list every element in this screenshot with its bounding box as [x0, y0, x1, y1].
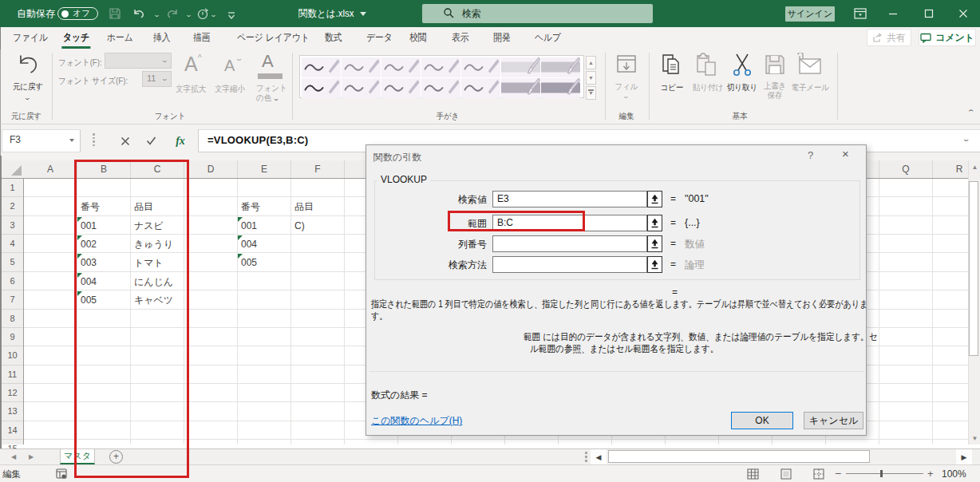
pen-style-button[interactable] — [421, 57, 460, 77]
touch-mouse-mode-icon[interactable] — [196, 6, 210, 21]
autosave-toggle[interactable]: オフ — [57, 7, 98, 20]
minimize-button[interactable] — [879, 0, 907, 27]
function-help-link[interactable]: この関数のヘルプ(H) — [371, 414, 462, 428]
range-selector-icon-3[interactable] — [647, 256, 662, 273]
name-box[interactable]: F3 — [2, 129, 81, 152]
redo-icon[interactable] — [165, 6, 180, 21]
collapse-ribbon-icon[interactable]: ⌃ — [966, 109, 975, 117]
cancel-button[interactable]: キャンセル — [804, 412, 863, 429]
horizontal-scroll-thumb[interactable] — [608, 450, 870, 463]
dialog-help-icon[interactable]: ? — [808, 149, 813, 161]
range-selector-icon-1[interactable] — [647, 215, 662, 231]
gallery-up-icon[interactable]: ▲ — [586, 56, 596, 69]
font-name-combo[interactable]: ⌄ — [105, 53, 172, 69]
cell-E4[interactable]: 004 — [241, 235, 257, 253]
arg-field-3[interactable] — [492, 256, 647, 273]
highlighter-style-button[interactable] — [541, 57, 580, 77]
page-layout-view-icon[interactable] — [780, 468, 792, 482]
dialog-close-icon[interactable]: × — [842, 147, 849, 160]
ribbon-tab-4[interactable]: 描画 — [193, 27, 211, 49]
normal-view-icon[interactable] — [747, 468, 759, 482]
comments-button[interactable]: コメント — [919, 29, 976, 46]
pen-style-button[interactable] — [381, 78, 421, 98]
pen-style-button[interactable] — [461, 78, 500, 98]
range-selector-icon-0[interactable] — [647, 191, 662, 207]
cell-F3[interactable]: C) — [294, 216, 305, 235]
formula-bar-handle[interactable] — [93, 133, 95, 146]
highlighter-style-button[interactable] — [501, 57, 540, 77]
zoom-slider-thumb[interactable] — [880, 470, 883, 477]
ribbon-tab-7[interactable]: データ — [366, 27, 393, 49]
cancel-entry-icon[interactable] — [117, 129, 133, 152]
column-header-D[interactable]: D — [184, 160, 238, 178]
ribbon-tab-10[interactable]: 開発 — [493, 27, 511, 49]
pen-style-button[interactable] — [381, 57, 421, 77]
select-all-corner[interactable] — [2, 160, 24, 178]
ribbon-tab-8[interactable]: 校閲 — [409, 27, 427, 49]
column-header-E[interactable]: E — [238, 160, 291, 178]
ribbon-display-options-icon[interactable] — [847, 0, 874, 27]
arg-field-2[interactable] — [492, 235, 647, 252]
save-button[interactable]: 上書き 保存 — [759, 51, 791, 104]
fill-button[interactable]: フィル ⌄ — [612, 51, 641, 104]
zoom-slider-track[interactable] — [846, 473, 923, 474]
copy-button[interactable]: コピー — [657, 51, 687, 99]
sheet-nav-right-icon[interactable]: ▶ — [29, 453, 34, 460]
undo-icon[interactable] — [132, 6, 146, 21]
column-header-Q[interactable]: Q — [879, 160, 933, 178]
cell-E5[interactable]: 005 — [241, 253, 257, 271]
highlighter-style-button[interactable] — [541, 78, 580, 98]
column-header-F[interactable]: F — [291, 160, 345, 178]
pen-style-button[interactable] — [302, 78, 341, 98]
close-button[interactable] — [950, 0, 977, 27]
signin-button[interactable]: サインイン — [785, 6, 835, 22]
gallery-down-icon[interactable]: ▼ — [586, 71, 596, 85]
pen-style-button[interactable] — [342, 57, 381, 77]
cell-E3[interactable]: 001 — [241, 216, 257, 235]
pen-style-button[interactable] — [421, 78, 460, 98]
enter-entry-icon[interactable] — [143, 129, 159, 152]
expand-formula-bar-icon[interactable]: ⌄ — [962, 135, 970, 143]
ribbon-tab-6[interactable]: 数式 — [325, 27, 342, 49]
ok-button[interactable]: OK — [731, 412, 793, 429]
ribbon-tab-file[interactable]: ファイル — [13, 27, 48, 49]
maximize-button[interactable] — [915, 0, 942, 27]
undo-dropdown-icon[interactable]: ⌄ — [153, 11, 160, 18]
ribbon-tab-5[interactable]: ページ レイアウト — [237, 27, 310, 49]
pen-style-button[interactable] — [302, 57, 341, 77]
cell-F2[interactable]: 品目 — [294, 197, 314, 215]
zoom-percentage[interactable]: 100% — [942, 465, 966, 482]
gallery-more-icon[interactable]: ▼ — [586, 86, 596, 100]
email-button[interactable]: 電子メール — [789, 51, 828, 99]
scroll-up-icon[interactable]: ▲ — [969, 160, 980, 174]
share-button[interactable]: 共有 — [867, 29, 911, 46]
grow-font-button[interactable]: A ^ 文字拡大 — [174, 51, 207, 99]
zoom-out-icon[interactable]: − — [835, 465, 841, 482]
arg-field-0[interactable]: E3 — [492, 191, 647, 207]
touch-mode-dropdown-icon[interactable]: ⌄ — [210, 11, 217, 18]
horizontal-scrollbar[interactable]: ◀ ▶ — [591, 449, 968, 464]
ribbon-tab-9[interactable]: 表示 — [452, 27, 469, 49]
font-size-combo[interactable]: 11 ⌄ — [142, 71, 172, 87]
tab-scroll-splitter[interactable] — [585, 452, 587, 462]
vertical-scroll-thumb[interactable] — [969, 181, 978, 356]
ribbon-tab-2[interactable]: ホーム — [107, 27, 133, 49]
customize-quick-access-icon[interactable] — [227, 8, 236, 22]
cell-E2[interactable]: 番号 — [241, 197, 260, 215]
paste-button[interactable]: 貼り付け — [690, 51, 725, 99]
redo-dropdown-icon[interactable]: ⌄ — [185, 11, 192, 18]
ribbon-tab-1[interactable]: タッチ — [63, 27, 89, 49]
pen-style-button[interactable] — [461, 57, 500, 77]
macro-record-icon[interactable] — [56, 468, 68, 482]
ribbon-tab-3[interactable]: 挿入 — [153, 27, 171, 49]
ribbon-tab-11[interactable]: ヘルプ — [535, 27, 561, 49]
sheet-nav-left-icon[interactable]: ◀ — [11, 453, 16, 460]
font-color-button[interactable]: A フォント の色 ⌄ — [255, 51, 286, 102]
insert-function-icon[interactable]: fx — [172, 129, 189, 152]
zoom-in-icon[interactable]: + — [927, 465, 934, 482]
undo-button[interactable]: 元に戻す ⌄ — [9, 51, 47, 104]
scroll-down-icon[interactable]: ▼ — [969, 432, 980, 445]
name-box-dropdown-icon[interactable] — [69, 139, 74, 142]
save-icon[interactable] — [109, 6, 121, 21]
column-header-A[interactable]: A — [24, 160, 77, 178]
